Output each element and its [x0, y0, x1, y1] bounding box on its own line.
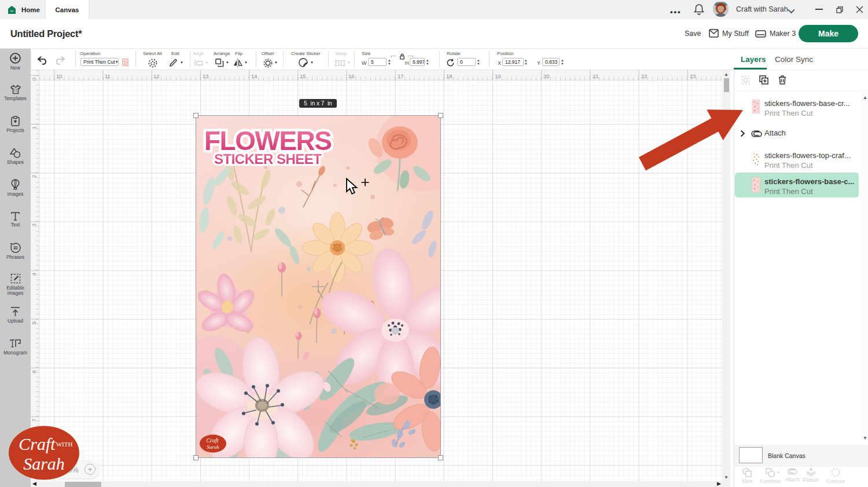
svg-text:WITH: WITH: [56, 441, 73, 448]
svg-text:Craft: Craft: [19, 434, 56, 453]
svg-text:Sarah: Sarah: [23, 454, 65, 473]
